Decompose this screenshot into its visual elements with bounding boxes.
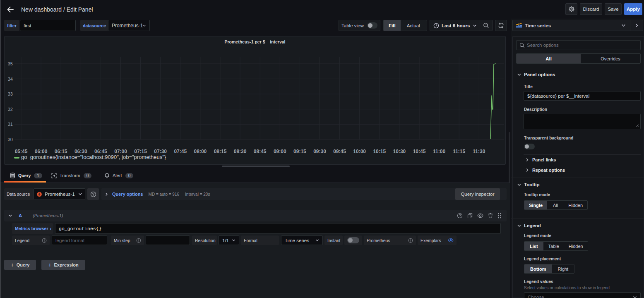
- svg-text:11:00: 11:00: [433, 149, 445, 154]
- svg-text:06:30: 06:30: [74, 149, 87, 154]
- svg-text:06:45: 06:45: [94, 149, 107, 154]
- svg-text:07:15: 07:15: [134, 149, 147, 154]
- svg-text:go_goroutines{instance="localh: go_goroutines{instance="localhost:9090",…: [21, 154, 166, 160]
- svg-text:08:45: 08:45: [254, 149, 267, 154]
- svg-text:30: 30: [8, 137, 13, 142]
- svg-text:07:30: 07:30: [154, 149, 167, 154]
- svg-text:05:45: 05:45: [15, 149, 28, 154]
- svg-text:06:15: 06:15: [55, 149, 67, 154]
- svg-text:09:45: 09:45: [333, 149, 346, 154]
- svg-text:11:30: 11:30: [473, 149, 485, 154]
- svg-text:06:00: 06:00: [35, 149, 48, 154]
- svg-text:10:45: 10:45: [413, 149, 426, 154]
- svg-text:08:15: 08:15: [214, 149, 227, 154]
- svg-text:10:30: 10:30: [393, 149, 406, 154]
- svg-text:07:45: 07:45: [174, 149, 187, 154]
- svg-text:11:15: 11:15: [453, 149, 465, 154]
- svg-text:35: 35: [8, 61, 13, 66]
- svg-text:08:00: 08:00: [194, 149, 207, 154]
- svg-text:10:00: 10:00: [353, 149, 366, 154]
- svg-text:09:15: 09:15: [293, 149, 306, 154]
- svg-text:07:00: 07:00: [114, 149, 127, 154]
- svg-text:34: 34: [8, 77, 13, 82]
- svg-text:09:00: 09:00: [274, 149, 286, 154]
- svg-text:09:30: 09:30: [313, 149, 326, 154]
- svg-text:32: 32: [8, 107, 13, 112]
- svg-text:10:15: 10:15: [373, 149, 386, 154]
- svg-text:33: 33: [8, 91, 13, 96]
- svg-text:08:30: 08:30: [234, 149, 247, 154]
- svg-text:31: 31: [8, 122, 13, 127]
